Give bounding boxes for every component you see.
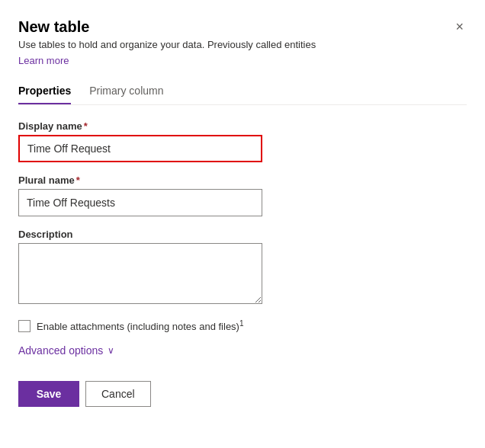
display-name-label: Display name* [18, 120, 467, 132]
enable-attachments-label: Enable attachments (including notes and … [37, 319, 244, 332]
learn-more-link[interactable]: Learn more [18, 55, 69, 66]
new-table-dialog: New table × Use tables to hold and organ… [0, 0, 485, 448]
display-name-input[interactable] [18, 135, 262, 162]
advanced-options-label: Advanced options [18, 344, 103, 357]
plural-name-input[interactable] [18, 189, 262, 216]
dialog-subtitle: Use tables to hold and organize your dat… [18, 39, 467, 50]
dialog-footer: Save Cancel [18, 381, 467, 407]
close-button[interactable]: × [452, 18, 467, 35]
description-group: Description [18, 229, 467, 307]
advanced-options-toggle[interactable]: Advanced options ∨ [18, 344, 467, 357]
enable-attachments-checkbox[interactable] [18, 320, 31, 332]
description-textarea[interactable] [18, 243, 262, 304]
plural-name-group: Plural name* [18, 174, 467, 216]
required-star: * [84, 120, 88, 132]
checkbox-superscript: 1 [239, 319, 244, 328]
tab-bar: Properties Primary column [18, 78, 467, 105]
dialog-header: New table × [18, 18, 467, 36]
attachments-group: Enable attachments (including notes and … [18, 319, 467, 332]
chevron-down-icon: ∨ [108, 345, 114, 356]
display-name-group: Display name* [18, 120, 467, 162]
required-star-plural: * [76, 174, 80, 186]
save-button[interactable]: Save [18, 381, 79, 407]
plural-name-label: Plural name* [18, 174, 467, 186]
tab-primary-column[interactable]: Primary column [89, 78, 163, 104]
tab-properties[interactable]: Properties [18, 78, 71, 104]
cancel-button[interactable]: Cancel [85, 381, 151, 407]
dialog-title: New table [18, 18, 89, 36]
description-label: Description [18, 229, 467, 240]
